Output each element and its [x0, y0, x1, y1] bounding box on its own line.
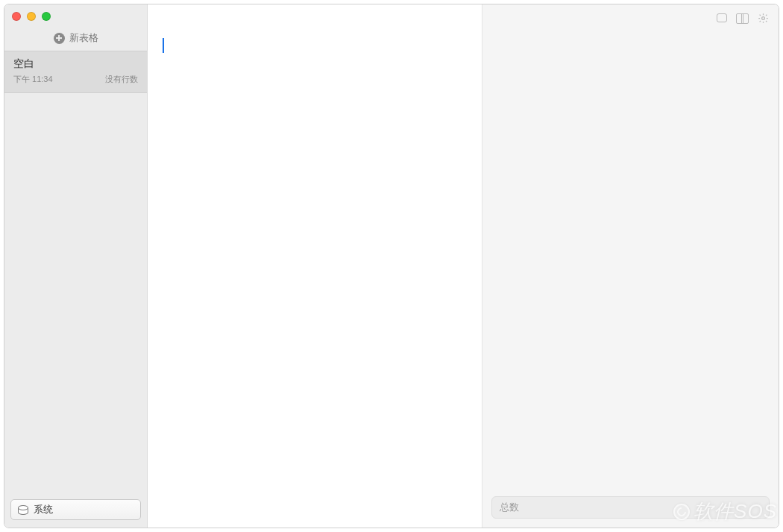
editor-area[interactable]: [148, 4, 482, 528]
maximize-icon[interactable]: [42, 12, 51, 21]
close-icon[interactable]: [12, 12, 21, 21]
right-toolbar: [482, 4, 779, 27]
sidebar: 新表格 空白 下午 11:34 没有行数 系统: [4, 4, 148, 528]
sheet-list: 空白 下午 11:34 没有行数: [4, 51, 147, 493]
right-panel: 总数: [482, 4, 779, 528]
new-sheet-button[interactable]: 新表格: [4, 24, 147, 51]
database-icon: [17, 504, 28, 515]
system-button-label: 系统: [34, 503, 53, 516]
svg-point-0: [762, 17, 765, 20]
book-icon[interactable]: [736, 13, 749, 22]
sheet-item-time: 下午 11:34: [13, 74, 53, 85]
total-input[interactable]: 总数: [491, 496, 770, 519]
sheet-item-status: 没有行数: [105, 74, 138, 85]
plus-icon: [54, 33, 65, 44]
total-placeholder: 总数: [500, 501, 519, 514]
right-panel-content: [482, 27, 779, 487]
app-window: 新表格 空白 下午 11:34 没有行数 系统: [4, 4, 779, 528]
sheet-item-title: 空白: [13, 57, 138, 71]
sheet-item[interactable]: 空白 下午 11:34 没有行数: [4, 51, 147, 93]
system-button[interactable]: 系统: [10, 499, 141, 520]
gear-icon[interactable]: [758, 13, 770, 23]
window-controls: [12, 12, 51, 21]
new-sheet-label: 新表格: [69, 31, 98, 45]
titlebar: [4, 4, 147, 24]
right-panel-footer: 总数: [482, 487, 779, 528]
sidebar-footer: 系统: [4, 493, 147, 528]
sheet-item-meta: 下午 11:34 没有行数: [13, 74, 138, 85]
text-cursor: [163, 38, 164, 53]
minimize-icon[interactable]: [27, 12, 36, 21]
card-view-icon[interactable]: [717, 13, 727, 22]
